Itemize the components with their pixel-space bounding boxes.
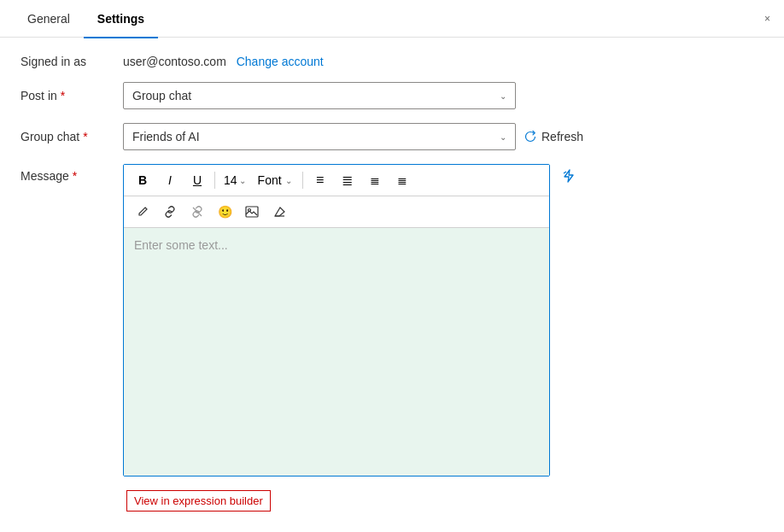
message-label: Message *: [20, 164, 123, 183]
toolbar-row1: B I U 14 ⌄ Font ⌄ ≡ ≣ ≣ ≣: [124, 165, 549, 196]
group-chat-chevron: ⌄: [500, 132, 506, 142]
expression-builder-link[interactable]: View in expression builder: [126, 490, 271, 512]
settings-content: Signed in as user@contoso.com Change acc…: [0, 38, 784, 529]
post-in-dropdown[interactable]: Group chat ⌄: [123, 82, 516, 109]
align-left-button[interactable]: ≣: [363, 168, 387, 192]
bold-button[interactable]: B: [131, 168, 155, 192]
align-right-button[interactable]: ≣: [390, 168, 414, 192]
tab-general[interactable]: General: [14, 1, 84, 38]
unlink-button[interactable]: [185, 200, 209, 224]
tab-settings[interactable]: Settings: [84, 1, 158, 38]
numbered-list-button[interactable]: ≣: [336, 168, 360, 192]
group-chat-required: *: [83, 130, 87, 143]
bullet-list-button[interactable]: ≡: [308, 168, 332, 192]
underline-button[interactable]: U: [185, 168, 209, 192]
group-chat-dropdown[interactable]: Friends of AI ⌄: [123, 123, 516, 150]
separator1: [214, 172, 215, 189]
group-chat-controls: Friends of AI ⌄ Refresh: [123, 123, 583, 150]
separator2: [302, 172, 303, 189]
refresh-icon: [523, 129, 538, 144]
font-size-chevron: ⌄: [239, 176, 246, 185]
font-name-button[interactable]: Font ⌄: [253, 168, 297, 192]
lightning-button[interactable]: [557, 164, 581, 188]
group-chat-row: Group chat * Friends of AI ⌄ Refresh: [20, 123, 764, 150]
refresh-button[interactable]: Refresh: [523, 129, 583, 144]
message-editor: B I U 14 ⌄ Font ⌄ ≡ ≣ ≣ ≣: [123, 164, 550, 476]
toolbar-row2: 🙂: [124, 196, 549, 228]
svg-line-4: [564, 172, 566, 173]
message-row: Message * B I U 14 ⌄ Font ⌄ ≡ ≣: [20, 164, 764, 476]
font-name-chevron: ⌄: [285, 176, 292, 185]
eraser-button[interactable]: [267, 200, 291, 224]
message-input[interactable]: Enter some text...: [124, 228, 549, 476]
message-required: *: [73, 169, 77, 183]
signed-in-value: user@contoso.com Change account: [123, 55, 324, 68]
italic-button[interactable]: I: [158, 168, 182, 192]
signed-in-row: Signed in as user@contoso.com Change acc…: [20, 55, 764, 68]
post-in-row: Post in * Group chat ⌄: [20, 82, 764, 109]
editor-side: [557, 164, 581, 188]
image-button[interactable]: [240, 200, 264, 224]
emoji-button[interactable]: 🙂: [213, 200, 237, 224]
svg-rect-1: [246, 207, 258, 217]
post-in-label: Post in *: [20, 89, 123, 102]
post-in-required: *: [61, 89, 65, 102]
link-button[interactable]: [158, 200, 182, 224]
signed-in-label: Signed in as: [20, 55, 123, 68]
group-chat-label: Group chat *: [20, 130, 123, 143]
close-button[interactable]: ×: [764, 13, 770, 25]
pen-button[interactable]: [131, 200, 155, 224]
font-size-button[interactable]: 14 ⌄: [220, 168, 249, 192]
post-in-chevron: ⌄: [500, 91, 506, 101]
change-account-link[interactable]: Change account: [237, 55, 324, 68]
tabs-bar: General Settings ×: [0, 0, 784, 38]
